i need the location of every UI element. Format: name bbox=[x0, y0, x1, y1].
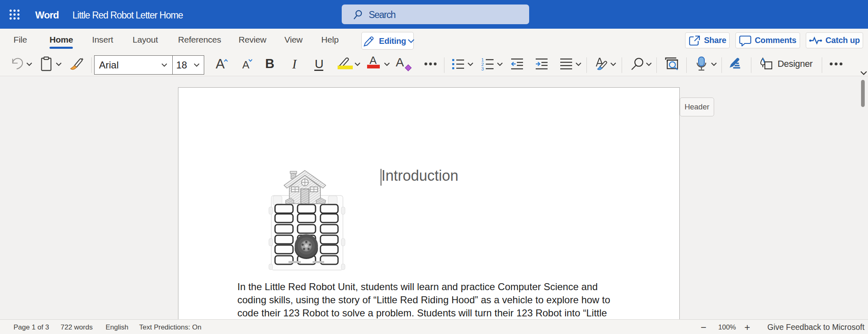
svg-text:2: 2 bbox=[481, 62, 484, 67]
svg-text:3: 3 bbox=[481, 66, 484, 70]
